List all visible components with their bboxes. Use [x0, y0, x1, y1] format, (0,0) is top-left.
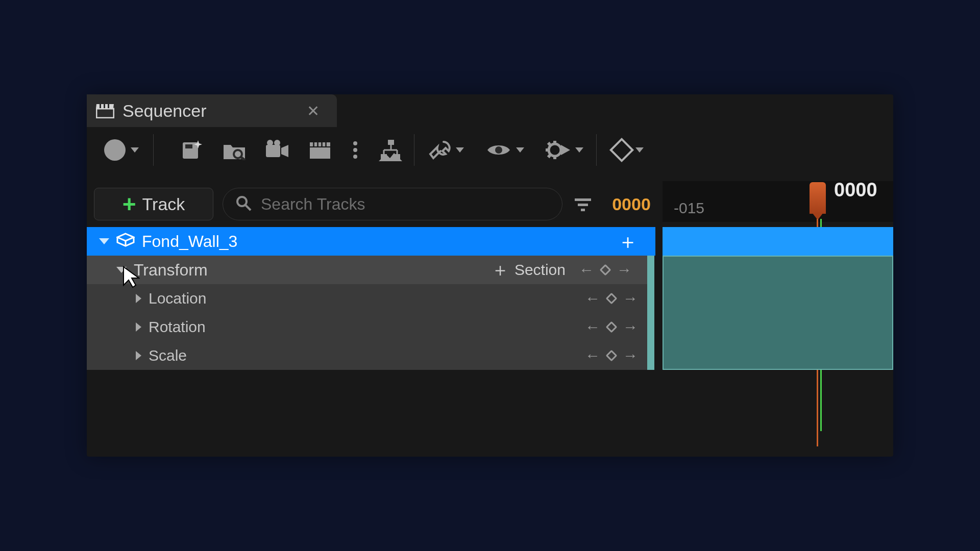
create-camera-button[interactable] [376, 136, 405, 164]
transform-section-block[interactable] [663, 256, 893, 370]
tab-sequencer[interactable]: Sequencer ✕ [87, 94, 337, 127]
playhead-frame-label: 0000 [834, 179, 877, 201]
search-tracks-input[interactable] [261, 195, 550, 214]
rotation-track-row[interactable]: Rotation ← → [87, 313, 647, 341]
actions-button[interactable] [306, 136, 334, 164]
svg-rect-16 [313, 142, 314, 146]
render-movie-button[interactable] [263, 136, 291, 164]
svg-point-31 [495, 146, 502, 154]
actor-name-label: Fond_Wall_3 [142, 232, 237, 251]
svg-point-39 [237, 197, 247, 206]
hierarchy-icon [379, 139, 402, 161]
svg-point-21 [353, 148, 357, 152]
ruler-tick-label: -015 [674, 199, 704, 217]
svg-rect-42 [578, 204, 588, 206]
svg-rect-19 [325, 142, 327, 146]
tab-title: Sequencer [122, 101, 206, 121]
auto-key-options-button[interactable] [542, 136, 587, 164]
gear-play-icon [546, 139, 570, 161]
close-tab-button[interactable]: ✕ [299, 102, 328, 120]
next-key-button[interactable]: → [623, 290, 638, 307]
separator [414, 134, 414, 166]
keyframe-diamond-icon [609, 138, 634, 162]
current-frame-field[interactable]: 0000 [603, 194, 659, 214]
svg-marker-44 [117, 234, 134, 241]
add-key-button[interactable] [600, 264, 611, 276]
kebab-icon [353, 141, 357, 159]
chevron-down-icon [456, 147, 464, 153]
svg-rect-2 [100, 104, 101, 108]
save-button[interactable] [177, 136, 206, 164]
add-track-button[interactable]: + Track [94, 188, 213, 220]
svg-line-40 [246, 205, 251, 210]
view-options-button[interactable] [483, 136, 528, 164]
chevron-down-icon [516, 147, 524, 153]
chevron-down-icon [635, 147, 644, 153]
svg-rect-10 [266, 145, 280, 157]
sequencer-panel: Sequencer ✕ [87, 94, 893, 457]
more-actions-button[interactable] [349, 136, 362, 164]
wrench-icon [428, 140, 451, 160]
svg-rect-33 [553, 141, 556, 145]
prev-key-button[interactable]: ← [585, 347, 600, 364]
eye-icon [486, 142, 511, 158]
playback-options-button[interactable] [424, 136, 469, 164]
svg-point-12 [267, 140, 273, 146]
separator [153, 134, 154, 166]
playhead-handle[interactable] [810, 182, 826, 214]
key-all-button[interactable] [606, 136, 651, 164]
rotation-label: Rotation [149, 318, 206, 336]
expand-toggle-icon[interactable] [136, 322, 141, 332]
prev-key-button[interactable]: ← [585, 290, 600, 307]
find-in-content-browser-button[interactable] [220, 136, 249, 164]
expand-toggle-icon[interactable] [116, 267, 127, 273]
svg-point-22 [353, 155, 357, 159]
search-icon [235, 195, 252, 213]
add-section-button[interactable]: ＋ [491, 258, 509, 283]
next-key-button[interactable]: → [623, 347, 638, 364]
svg-rect-6 [185, 144, 192, 148]
svg-rect-35 [546, 148, 550, 152]
svg-point-20 [353, 141, 357, 145]
transform-section-handle[interactable] [647, 256, 654, 370]
prev-key-button[interactable]: ← [579, 261, 594, 279]
scale-track-row[interactable]: Scale ← → [87, 341, 647, 370]
svg-marker-38 [561, 145, 570, 155]
actor-timeline-block[interactable] [663, 227, 893, 256]
location-track-row[interactable]: Location ← → [87, 284, 647, 313]
transform-track-row[interactable]: Transform ＋ Section ← → [87, 256, 647, 284]
add-key-button[interactable] [606, 350, 618, 362]
world-context-button[interactable] [99, 136, 144, 164]
chevron-down-icon [575, 147, 583, 153]
scale-label: Scale [149, 347, 187, 364]
expand-toggle-icon[interactable] [99, 238, 109, 244]
track-header-bar: + Track 0000 [94, 186, 659, 222]
next-key-button[interactable]: → [623, 318, 638, 336]
location-label: Location [149, 290, 206, 307]
svg-point-32 [549, 144, 561, 156]
chevron-down-icon [131, 147, 139, 153]
svg-rect-23 [388, 140, 394, 145]
transform-label: Transform [134, 261, 208, 280]
separator [596, 134, 597, 166]
add-key-button[interactable] [606, 321, 618, 333]
expand-toggle-icon[interactable] [136, 351, 141, 360]
expand-toggle-icon[interactable] [136, 294, 141, 303]
search-tracks-field[interactable] [223, 188, 562, 220]
actor-track-row[interactable]: Fond_Wall_3 ＋ [87, 227, 655, 256]
clapperboard-icon [96, 103, 114, 118]
actor-icon [116, 232, 135, 251]
toolbar [87, 127, 893, 173]
svg-rect-18 [321, 142, 323, 146]
svg-rect-41 [575, 198, 591, 201]
clapper-icon [309, 140, 331, 160]
filter-icon [574, 197, 592, 211]
filter-button[interactable] [572, 197, 594, 211]
prev-key-button[interactable]: ← [585, 318, 600, 336]
folder-search-icon [223, 140, 246, 160]
add-subtrack-button[interactable]: ＋ [618, 228, 638, 256]
add-key-button[interactable] [606, 293, 618, 305]
svg-rect-43 [581, 209, 585, 211]
svg-rect-17 [317, 142, 318, 146]
next-key-button[interactable]: → [617, 261, 632, 279]
